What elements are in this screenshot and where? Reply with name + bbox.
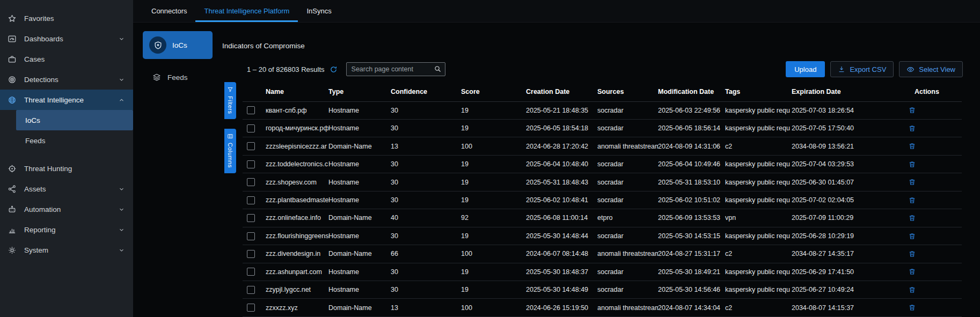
table-row[interactable]: город-мичуринск.рф Hostname 30 19 2025-0…: [243, 119, 962, 137]
tab-insyncs[interactable]: InSyncs: [298, 0, 340, 22]
trash-icon[interactable]: [908, 196, 916, 204]
trash-icon[interactable]: [908, 142, 916, 150]
cell-name: zzypjl.lygcc.net: [266, 281, 328, 299]
trash-icon[interactable]: [908, 106, 916, 114]
trash-icon[interactable]: [908, 304, 916, 312]
table-row[interactable]: квант-спб.рф Hostname 30 19 2025-05-21 1…: [243, 101, 962, 119]
cell-confidence: 30: [391, 191, 461, 209]
page-title: Indicators of Compromise: [222, 42, 963, 50]
cell-confidence: 40: [391, 209, 461, 227]
chevron-down-icon: [119, 247, 125, 253]
cell-sources: socradar: [597, 227, 658, 245]
sidebar-item-feeds[interactable]: Feeds: [0, 130, 133, 151]
sidebar-item-iocs[interactable]: IoCs: [16, 110, 133, 130]
trash-icon[interactable]: [908, 250, 916, 258]
col-header-creation-date[interactable]: Creation Date: [526, 82, 597, 101]
tab-threat-intelligence-platform[interactable]: Threat Intelligence Platform: [195, 0, 298, 22]
table-row[interactable]: zzz.ashunpart.com Hostname 30 19 2025-05…: [243, 263, 962, 281]
sidebar-item-detections[interactable]: Detections: [0, 69, 133, 90]
sidebar-item-reporting[interactable]: Reporting: [0, 219, 133, 240]
subnav-item-feeds[interactable]: Feeds: [143, 73, 222, 82]
col-header-sources[interactable]: Sources: [597, 82, 658, 101]
cell-type: Hostname: [328, 263, 391, 281]
sidebar-item-label: Reporting: [24, 226, 56, 234]
trash-icon[interactable]: [908, 124, 916, 132]
gear-icon: [8, 246, 17, 255]
results-text: 1 – 20 of 826803 Results: [247, 65, 325, 73]
table-row[interactable]: zzz.plantbasedmaste Hostname 30 19 2025-…: [243, 191, 962, 209]
sidebar-item-favorites[interactable]: Favorites: [0, 8, 133, 28]
chevron-up-icon: [119, 97, 125, 103]
trash-icon[interactable]: [908, 178, 916, 186]
sidebar-item-threat-hunting[interactable]: Threat Hunting: [0, 158, 133, 179]
table-row[interactable]: zzxxzz.xyz Domain-Name 13 100 2024-06-26…: [243, 299, 962, 317]
col-header-modification-date[interactable]: Modification Date: [658, 82, 725, 101]
download-icon: [838, 65, 845, 73]
cell-modification-date: 2025-06-09 13:53:53: [658, 209, 725, 227]
subnav-item-iocs[interactable]: IoCs: [143, 31, 213, 59]
tab-connectors[interactable]: Connectors: [143, 0, 195, 22]
sidebar-item-label: Dashboards: [24, 35, 63, 43]
row-checkbox[interactable]: [247, 160, 255, 168]
cell-expiration-date: 2034-08-09 13:56:21: [792, 137, 907, 155]
cell-name: квант-спб.рф: [266, 101, 328, 119]
cell-tags: vpn: [725, 209, 792, 227]
main-area: Connectors Threat Intelligence Platform …: [133, 0, 980, 317]
table-row[interactable]: zzz.divendesign.in Domain-Name 66 100 20…: [243, 245, 962, 263]
action-buttons: Upload Export CSV Select View: [786, 61, 963, 77]
refresh-icon[interactable]: [330, 65, 338, 73]
row-checkbox[interactable]: [247, 250, 255, 258]
col-header-score[interactable]: Score: [461, 82, 526, 101]
sidebar-item-threat-intelligence[interactable]: Threat Intelligence: [0, 90, 133, 110]
row-checkbox[interactable]: [247, 124, 255, 132]
col-header-type[interactable]: Type: [328, 82, 391, 101]
table-row[interactable]: zzz.shopesv.com Hostname 30 19 2025-05-3…: [243, 173, 962, 191]
columns-tab[interactable]: Columns: [224, 129, 236, 173]
col-header-name[interactable]: Name: [266, 82, 328, 101]
trash-icon[interactable]: [908, 160, 916, 168]
cell-expiration-date: 2034-08-07 14:15:37: [792, 299, 907, 317]
table-row[interactable]: zzz.onlineface.info Domain-Name 40 92 20…: [243, 209, 962, 227]
sidebar-item-assets[interactable]: Assets: [0, 179, 133, 199]
cell-confidence: 30: [391, 119, 461, 137]
upload-button[interactable]: Upload: [786, 61, 825, 77]
row-checkbox[interactable]: [247, 214, 255, 222]
col-header-tags[interactable]: Tags: [725, 82, 792, 101]
table-row[interactable]: zzzsleepisnicezzz.ar Domain-Name 13 100 …: [243, 137, 962, 155]
iocs-panel: Indicators of Compromise 1 – 20 of 82680…: [222, 23, 963, 317]
row-checkbox[interactable]: [247, 304, 255, 312]
filters-tab[interactable]: Filters: [224, 82, 236, 119]
trash-icon[interactable]: [908, 232, 916, 240]
sidebar-item-dashboards[interactable]: Dashboards: [0, 28, 133, 49]
row-checkbox[interactable]: [247, 232, 255, 240]
table-side-tabs: Filters Columns: [222, 82, 243, 317]
search-input[interactable]: [346, 62, 445, 76]
row-checkbox[interactable]: [247, 178, 255, 186]
trash-icon[interactable]: [908, 286, 916, 294]
trash-icon[interactable]: [908, 268, 916, 276]
cell-type: Hostname: [328, 281, 391, 299]
trash-icon[interactable]: [908, 214, 916, 222]
subnav-iocs-label: IoCs: [172, 41, 187, 49]
cell-sources: anomali threatstream: [597, 299, 658, 317]
sidebar-item-system[interactable]: System: [0, 240, 133, 260]
table-row[interactable]: zzz.flourishinggreens Hostname 30 19 202…: [243, 227, 962, 245]
cell-name: zzz.onlineface.info: [266, 209, 328, 227]
table-row[interactable]: zzz.toddelectronics.c Hostname 30 19 202…: [243, 155, 962, 173]
row-checkbox[interactable]: [247, 286, 255, 294]
col-header-confidence[interactable]: Confidence: [391, 82, 461, 101]
select-view-button[interactable]: Select View: [899, 61, 963, 77]
row-checkbox[interactable]: [247, 196, 255, 204]
cell-confidence: 13: [391, 299, 461, 317]
export-csv-button[interactable]: Export CSV: [830, 61, 894, 77]
row-checkbox[interactable]: [247, 106, 255, 114]
cell-type: Hostname: [328, 155, 391, 173]
table-row[interactable]: zzypjl.lygcc.net Hostname 30 19 2025-05-…: [243, 281, 962, 299]
cell-creation-date: 2025-06-02 10:48:41: [526, 191, 597, 209]
col-header-expiration-date[interactable]: Expiration Date: [792, 82, 907, 101]
sidebar-item-cases[interactable]: Cases: [0, 49, 133, 69]
sidebar-item-automation[interactable]: Automation: [0, 199, 133, 219]
row-checkbox[interactable]: [247, 142, 255, 150]
sidebar-item-label: IoCs: [25, 116, 40, 124]
row-checkbox[interactable]: [247, 268, 255, 276]
